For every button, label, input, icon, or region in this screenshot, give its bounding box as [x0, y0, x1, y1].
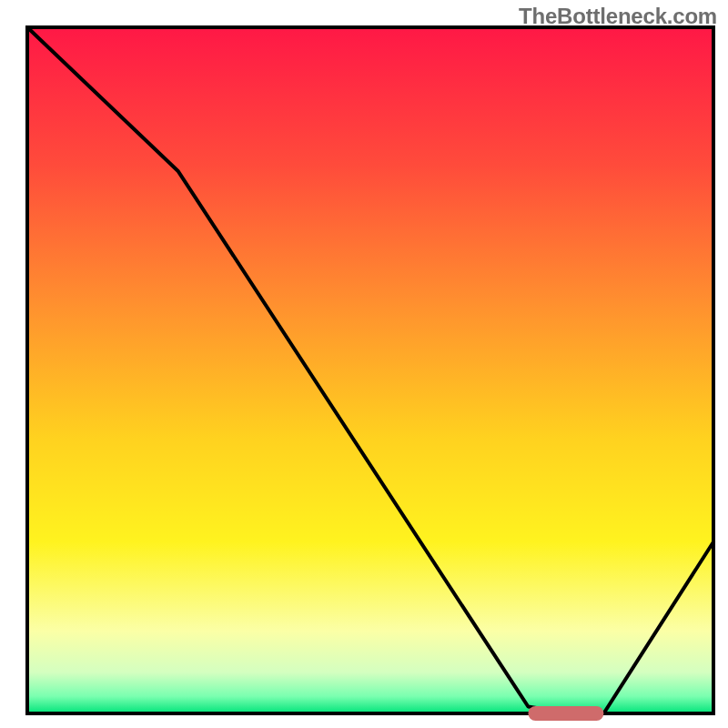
watermark-text: TheBottleneck.com — [519, 4, 717, 29]
chart-container: TheBottleneck.com — [0, 0, 728, 728]
plot-background — [27, 27, 713, 713]
optimal-range-marker — [528, 706, 603, 721]
bottleneck-chart — [0, 0, 728, 728]
